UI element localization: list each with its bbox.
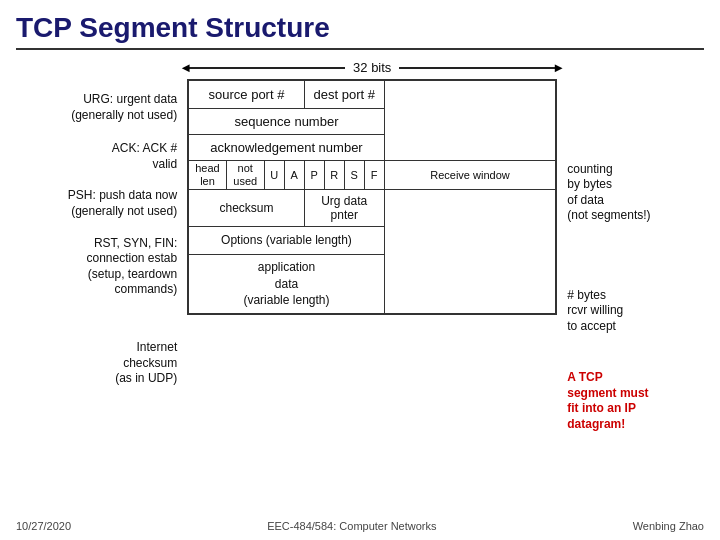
- label-internet-checksum: Internet checksum (as in UDP): [16, 340, 177, 387]
- left-labels: URG: urgent data (generally not used) AC…: [16, 60, 187, 432]
- head-len-cell: headlen: [188, 160, 226, 189]
- table-row-checksum: checksum Urg data pnter: [188, 189, 556, 226]
- ack-number-cell: acknowledgement number: [188, 134, 384, 160]
- footer-date: 10/27/2020: [16, 520, 71, 532]
- flag-s-cell: S: [344, 160, 364, 189]
- bits-arrow-right: ►: [399, 67, 557, 69]
- receive-window-cell: Receive window: [384, 160, 556, 189]
- label-bytes-rcvr: # bytes rcvr willing to accept: [567, 272, 704, 334]
- label-ack: ACK: ACK # valid: [16, 141, 177, 172]
- flag-u-cell: U: [264, 160, 284, 189]
- label-counting: counting by bytes of data (not segments!…: [567, 146, 704, 224]
- seq-number-cell: sequence number: [188, 108, 384, 134]
- source-port-cell: source port #: [188, 80, 304, 108]
- main-layout: URG: urgent data (generally not used) AC…: [16, 60, 704, 432]
- page: TCP Segment Structure URG: urgent data (…: [0, 0, 720, 540]
- table-row-options: Options (variable length): [188, 226, 556, 254]
- checksum-cell: checksum: [188, 189, 304, 226]
- appdata-cell: application data (variable length): [188, 254, 384, 314]
- label-ip-datagram: A TCP segment must fit into an IP datagr…: [567, 354, 704, 432]
- segment-table: source port # dest port # sequence numbe…: [187, 79, 557, 315]
- dest-port-cell: dest port #: [304, 80, 384, 108]
- label-psh: PSH: push data now (generally not used): [16, 188, 177, 219]
- table-row-appdata: application data (variable length): [188, 254, 556, 314]
- table-row-flags: headlen notused U A P R S F Receive wind…: [188, 160, 556, 189]
- table-row-ack: acknowledgement number: [188, 134, 556, 160]
- bits-row: ◄ 32 bits ►: [187, 60, 557, 75]
- footer-course: EEC-484/584: Computer Networks: [267, 520, 436, 532]
- urg-ptr-cell: Urg data pnter: [304, 189, 384, 226]
- flag-f-cell: F: [364, 160, 384, 189]
- center-area: ◄ 32 bits ► source port # dest port # se: [187, 60, 557, 432]
- table-row-seq: sequence number: [188, 108, 556, 134]
- label-rst: RST, SYN, FIN: connection estab (setup, …: [16, 236, 177, 298]
- label-urg: URG: urgent data (generally not used): [16, 92, 177, 123]
- bits-label: 32 bits: [345, 60, 399, 75]
- flag-r-cell: R: [324, 160, 344, 189]
- flag-a-cell: A: [284, 160, 304, 189]
- page-title: TCP Segment Structure: [16, 12, 704, 50]
- options-cell: Options (variable length): [188, 226, 384, 254]
- footer-author: Wenbing Zhao: [633, 520, 704, 532]
- not-used-cell: notused: [226, 160, 264, 189]
- flag-p-cell: P: [304, 160, 324, 189]
- right-labels: counting by bytes of data (not segments!…: [557, 60, 704, 432]
- bits-arrow-left: ◄: [187, 67, 345, 69]
- footer: 10/27/2020 EEC-484/584: Computer Network…: [0, 520, 720, 532]
- table-row-ports: source port # dest port #: [188, 80, 556, 108]
